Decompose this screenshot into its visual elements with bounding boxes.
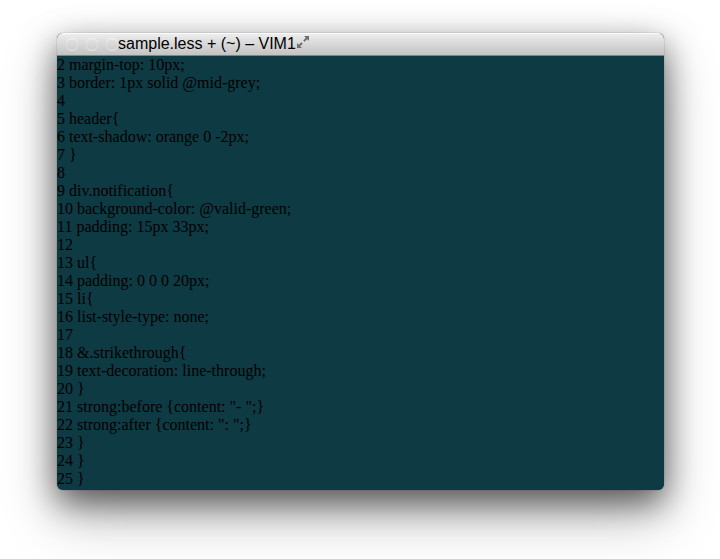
code-text: border: 1px solid @mid-grey; bbox=[65, 74, 260, 91]
code-text: strong:after {content: ": ";} bbox=[73, 416, 252, 433]
code-token: { bbox=[179, 344, 187, 361]
line-number: 20 bbox=[57, 380, 73, 397]
code-text: div.notification{ bbox=[65, 182, 174, 199]
code-token: before bbox=[121, 398, 162, 415]
code-line: 17 bbox=[57, 326, 664, 344]
line-number: 18 bbox=[57, 344, 73, 361]
fullscreen-icon[interactable] bbox=[296, 35, 310, 53]
code-text: } bbox=[73, 434, 85, 451]
code-text: padding: 0 0 0 20px; bbox=[73, 272, 209, 289]
code-token: 0 bbox=[199, 128, 211, 145]
line-number: 24 bbox=[57, 452, 73, 469]
code-token: } bbox=[73, 434, 85, 451]
code-token: list-style-type: bbox=[73, 308, 173, 325]
code-token: } bbox=[65, 146, 77, 163]
line-number: 11 bbox=[57, 218, 72, 235]
code-line: 20 } bbox=[57, 380, 664, 398]
code-token: after bbox=[121, 416, 150, 433]
code-token: text-shadow: bbox=[65, 128, 156, 145]
line-number: 22 bbox=[57, 416, 73, 433]
code-token: strong bbox=[73, 398, 117, 415]
code-token: div bbox=[65, 182, 88, 199]
code-token: border: bbox=[65, 74, 119, 91]
code-token: ; bbox=[204, 218, 208, 235]
window-controls bbox=[66, 38, 118, 50]
code-line: 18 &.strikethrough{ bbox=[57, 344, 664, 362]
code-token: strikethrough bbox=[93, 344, 178, 361]
code-token: content: bbox=[162, 416, 218, 433]
code-line: 16 list-style-type: none; bbox=[57, 308, 664, 326]
code-token: ul bbox=[73, 254, 89, 271]
code-token: } bbox=[73, 380, 85, 397]
code-token: notification bbox=[92, 182, 166, 199]
zoom-button[interactable] bbox=[106, 38, 118, 50]
code-text: li{ bbox=[73, 290, 94, 307]
code-token: solid bbox=[147, 74, 182, 91]
code-line: 13 ul{ bbox=[57, 254, 664, 272]
code-text: } bbox=[65, 146, 77, 163]
code-text: } bbox=[73, 380, 85, 397]
code-line: 22 strong:after {content: ": ";} bbox=[57, 416, 664, 434]
code-line: 9 div.notification{ bbox=[57, 182, 664, 200]
line-number: 17 bbox=[57, 326, 73, 343]
code-token: { bbox=[166, 182, 174, 199]
minimize-button[interactable] bbox=[86, 38, 98, 50]
code-text: background-color: @valid-green; bbox=[73, 200, 291, 217]
close-button[interactable] bbox=[66, 38, 78, 50]
code-line: 19 text-decoration: line-through; bbox=[57, 362, 664, 380]
code-text: list-style-type: none; bbox=[73, 308, 209, 325]
code-token: 20px bbox=[173, 272, 205, 289]
line-number: 5 bbox=[57, 110, 65, 127]
line-number: 6 bbox=[57, 128, 65, 145]
title-bar[interactable]: sample.less + (~) – VIM1 bbox=[57, 33, 664, 56]
vim-window: sample.less + (~) – VIM1 2 margin-top: 1… bbox=[57, 33, 664, 490]
line-number: 13 bbox=[57, 254, 73, 271]
code-token: } bbox=[73, 452, 85, 469]
code-token: background-color: bbox=[73, 200, 199, 217]
code-lines[interactable]: 2 margin-top: 10px;3 border: 1px solid @… bbox=[57, 56, 664, 490]
code-text: ul{ bbox=[73, 254, 97, 271]
code-line: 23 } bbox=[57, 434, 664, 452]
line-number: 14 bbox=[57, 272, 73, 289]
code-token: 0 0 0 bbox=[137, 272, 173, 289]
code-token: } bbox=[256, 398, 264, 415]
code-token: li bbox=[73, 290, 86, 307]
code-token: padding: bbox=[73, 272, 137, 289]
code-text: text-decoration: line-through; bbox=[73, 362, 266, 379]
code-token: padding: bbox=[72, 218, 136, 235]
code-text: margin-top: 10px; bbox=[65, 56, 185, 73]
code-token: &. bbox=[73, 344, 93, 361]
code-text: strong:before {content: "- ";} bbox=[73, 398, 264, 415]
code-line: 7 } bbox=[57, 146, 664, 164]
code-text: } bbox=[73, 488, 81, 490]
code-token: ": " bbox=[218, 416, 240, 433]
code-line: 11 padding: 15px 33px; bbox=[57, 218, 664, 236]
code-token: } bbox=[73, 470, 85, 487]
code-token: } bbox=[244, 416, 252, 433]
code-token: line-through; bbox=[182, 362, 266, 379]
code-line: 4 bbox=[57, 92, 664, 110]
code-token: content: bbox=[174, 398, 230, 415]
line-number: 9 bbox=[57, 182, 65, 199]
line-number: 10 bbox=[57, 200, 73, 217]
code-text: } bbox=[73, 470, 85, 487]
code-token: { bbox=[89, 254, 97, 271]
line-number: 2 bbox=[57, 56, 65, 73]
code-token: 15px 33px bbox=[136, 218, 204, 235]
line-number: 21 bbox=[57, 398, 73, 415]
line-number: 15 bbox=[57, 290, 73, 307]
code-line: 15 li{ bbox=[57, 290, 664, 308]
line-number: 23 bbox=[57, 434, 73, 451]
code-text: header{ bbox=[65, 110, 119, 127]
code-token: 1px bbox=[119, 74, 147, 91]
editor-content: 2 margin-top: 10px;3 border: 1px solid @… bbox=[57, 56, 664, 490]
line-number: 26 bbox=[57, 488, 73, 490]
code-token: @valid-green; bbox=[199, 200, 291, 217]
code-token: ; bbox=[205, 272, 209, 289]
line-number: 25 bbox=[57, 470, 73, 487]
code-token: { bbox=[112, 110, 120, 127]
code-token: ; bbox=[180, 56, 184, 73]
code-token: -2px; bbox=[211, 128, 249, 145]
code-token: { bbox=[86, 290, 94, 307]
code-line: 10 background-color: @valid-green; bbox=[57, 200, 664, 218]
